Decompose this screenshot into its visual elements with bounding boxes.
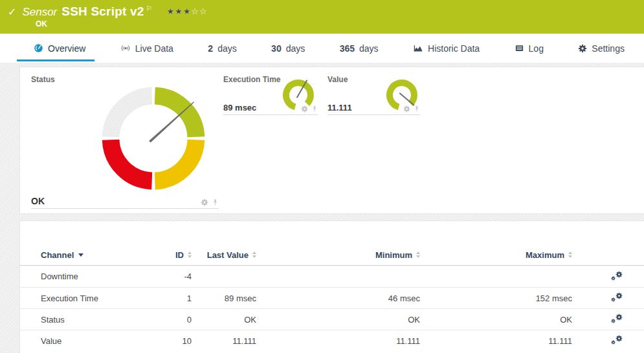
- table-header-row: Channel ID Last Value Minimum Maximum: [20, 244, 644, 266]
- column-header-maximum[interactable]: Maximum: [420, 250, 572, 260]
- status-check-icon: ✓: [8, 6, 16, 18]
- channels-table: Channel ID Last Value Minimum Maximum Do…: [20, 221, 644, 351]
- channel-settings-gears-icon[interactable]: [623, 292, 644, 304]
- gauges-panel: Status OK Execution Time 89 msec: [19, 67, 644, 214]
- tab-days[interactable]: 2days: [200, 34, 244, 63]
- tab-label: Historic Data: [428, 43, 480, 54]
- value-gauge-label: Value: [328, 75, 348, 84]
- execution-time-gauge-label: Execution Time: [223, 75, 280, 84]
- tab-log[interactable]: Log: [507, 34, 551, 63]
- tab-live-data[interactable]: Live Data: [113, 34, 181, 63]
- star-filled-icon[interactable]: ★: [175, 6, 183, 16]
- content-area: Status OK Execution Time 89 msec: [0, 63, 644, 353]
- sensor-status-text: OK: [36, 19, 644, 28]
- column-header-minimum[interactable]: Minimum: [256, 250, 420, 260]
- cell-maximum: 152 msec: [420, 294, 572, 303]
- cell-channel: Execution Time: [41, 294, 157, 303]
- cell-last-value: OK: [192, 315, 256, 325]
- status-gauge: [98, 83, 209, 194]
- star-empty-icon[interactable]: ☆: [191, 6, 199, 16]
- execution-time-gauge-footer: 89 msec: [223, 98, 318, 115]
- tab-label: Overview: [48, 43, 85, 54]
- tab-label: Settings: [592, 43, 625, 54]
- status-gauge-footer: OK: [31, 192, 219, 209]
- tab-days[interactable]: 365days: [332, 34, 386, 63]
- star-empty-icon[interactable]: ☆: [199, 6, 208, 16]
- gauge-settings-gear-icon[interactable]: [301, 105, 308, 112]
- star-filled-icon[interactable]: ★: [166, 6, 175, 16]
- historic-data-icon: [413, 43, 423, 53]
- tab-label: days: [359, 43, 379, 54]
- column-header-last-value[interactable]: Last Value: [192, 250, 256, 260]
- cell-id: 0: [157, 315, 192, 325]
- tab-label: Live Data: [135, 43, 173, 54]
- tab-label: days: [217, 43, 237, 54]
- tab-label-strong: 30: [271, 43, 282, 54]
- cell-id: 10: [157, 336, 192, 346]
- object-kind-label: Sensor: [22, 6, 57, 19]
- gauge-settings-gear-icon[interactable]: [201, 198, 208, 206]
- cell-minimum: 11.111: [256, 336, 420, 346]
- star-filled-icon[interactable]: ★: [183, 6, 192, 16]
- gauge-segment-unknown: [111, 96, 152, 137]
- sort-toggle-icon: [568, 251, 572, 258]
- column-header-channel[interactable]: Channel: [41, 250, 157, 260]
- gauge-pin-icon[interactable]: [311, 105, 318, 112]
- tab-overview[interactable]: Overview: [26, 34, 93, 63]
- channel-settings-gears-icon[interactable]: [623, 314, 644, 325]
- execution-time-gauge-value: 89 msec: [223, 103, 256, 112]
- sort-desc-icon: [78, 253, 83, 257]
- cell-id: 1: [157, 294, 192, 303]
- cell-channel: Status: [41, 315, 157, 325]
- value-gauge-footer: 11.111: [328, 98, 420, 115]
- cell-minimum: OK: [256, 315, 420, 325]
- tab-label: days: [286, 43, 305, 54]
- gauge-pin-icon[interactable]: [212, 198, 219, 206]
- value-gauge-value: 11.111: [328, 103, 352, 112]
- column-header-id[interactable]: ID: [157, 250, 192, 260]
- gauge-segment-error: [111, 140, 152, 181]
- gauge-segment-warning: [155, 140, 196, 181]
- tab-historic-data[interactable]: Historic Data: [405, 34, 487, 63]
- tab-label-strong: 365: [340, 43, 355, 54]
- table-row: Status0OKOKOK: [20, 308, 644, 330]
- priority-flag-icon[interactable]: ⚐: [146, 5, 153, 13]
- gauge-settings-gear-icon[interactable]: [403, 105, 410, 112]
- channel-settings-gears-icon[interactable]: [623, 335, 644, 347]
- channel-settings-gears-icon[interactable]: [623, 271, 644, 283]
- log-icon: [515, 43, 524, 53]
- tab-settings[interactable]: Settings: [570, 34, 632, 63]
- page-title: SSH Script v2: [61, 5, 144, 19]
- settings-gear-icon: [578, 44, 587, 53]
- status-gauge-value: OK: [31, 196, 45, 206]
- cell-maximum: OK: [420, 315, 572, 325]
- cell-minimum: 46 msec: [256, 294, 420, 303]
- tab-days[interactable]: 30days: [263, 34, 313, 63]
- cell-last-value: 89 msec: [192, 294, 256, 303]
- tab-bar: OverviewLive Data2days30days365daysHisto…: [0, 34, 644, 63]
- live-data-icon: [120, 43, 131, 53]
- tab-label: Log: [529, 43, 544, 54]
- table-row: Value1011.11111.11111.111: [20, 330, 644, 351]
- cell-channel: Value: [41, 336, 157, 346]
- tab-label-strong: 2: [208, 43, 213, 54]
- table-row: Execution Time189 msec46 msec152 msec: [20, 287, 644, 308]
- table-row: Downtime-4: [20, 266, 644, 287]
- sensor-header: ✓ Sensor SSH Script v2 ⚐ ★★★☆☆ OK: [0, 0, 644, 34]
- gauge-pin-icon[interactable]: [414, 105, 420, 112]
- cell-last-value: 11.111: [192, 336, 256, 346]
- channels-panel: Channel ID Last Value Minimum Maximum Do…: [19, 220, 644, 353]
- cell-channel: Downtime: [41, 272, 157, 281]
- gauge-icon: [34, 43, 43, 53]
- cell-maximum: 11.111: [420, 336, 572, 346]
- priority-stars[interactable]: ★★★☆☆: [166, 6, 207, 16]
- cell-id: -4: [157, 272, 192, 281]
- status-gauge-label: Status: [31, 75, 55, 84]
